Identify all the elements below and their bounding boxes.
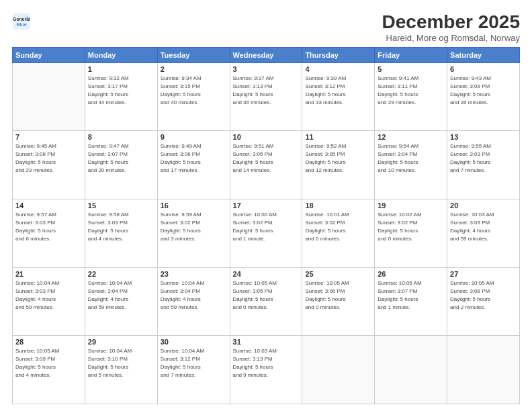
day-info: Sunrise: 9:54 AMSunset: 3:04 PMDaylight:… bbox=[378, 142, 444, 175]
day-info: Sunrise: 9:58 AMSunset: 3:03 PMDaylight:… bbox=[88, 211, 154, 243]
calendar-header-friday: Friday bbox=[375, 47, 447, 62]
calendar-cell: 29Sunrise: 10:04 AMSunset: 3:10 PMDaylig… bbox=[85, 336, 157, 404]
calendar-cell: 18Sunrise: 10:01 AMSunset: 3:02 PMDaylig… bbox=[302, 199, 375, 268]
calendar-header-row: SundayMondayTuesdayWednesdayThursdayFrid… bbox=[13, 47, 520, 62]
day-info: Sunrise: 9:39 AMSunset: 3:12 PMDaylight:… bbox=[305, 75, 371, 107]
day-number: 31 bbox=[233, 338, 300, 346]
day-number: 11 bbox=[305, 133, 371, 141]
calendar-cell: 2Sunrise: 9:34 AMSunset: 3:15 PMDaylight… bbox=[157, 62, 230, 131]
calendar-cell: 3Sunrise: 9:37 AMSunset: 3:13 PMDaylight… bbox=[230, 62, 302, 131]
calendar-header-monday: Monday bbox=[85, 47, 157, 62]
page: General Blue December 2025 Hareid, More … bbox=[0, 0, 532, 411]
calendar-cell: 23Sunrise: 10:04 AMSunset: 3:04 PMDaylig… bbox=[157, 267, 230, 336]
calendar-cell: 7Sunrise: 9:45 AMSunset: 3:08 PMDaylight… bbox=[13, 131, 85, 199]
day-info: Sunrise: 10:05 AMSunset: 3:09 PMDaylight… bbox=[15, 347, 82, 379]
day-number: 20 bbox=[450, 201, 517, 210]
calendar-week-3: 14Sunrise: 9:57 AMSunset: 3:03 PMDayligh… bbox=[13, 199, 520, 268]
day-info: Sunrise: 10:04 AMSunset: 3:12 PMDaylight… bbox=[161, 347, 227, 379]
day-number: 15 bbox=[88, 201, 154, 210]
calendar-cell: 27Sunrise: 10:05 AMSunset: 3:08 PMDaylig… bbox=[447, 267, 520, 336]
day-info: Sunrise: 10:05 AMSunset: 3:08 PMDaylight… bbox=[450, 279, 517, 312]
calendar-week-5: 28Sunrise: 10:05 AMSunset: 3:09 PMDaylig… bbox=[13, 336, 520, 404]
calendar-cell: 31Sunrise: 10:03 AMSunset: 3:13 PMDaylig… bbox=[230, 336, 302, 404]
day-info: Sunrise: 10:04 AMSunset: 3:03 PMDaylight… bbox=[15, 279, 82, 312]
day-number: 16 bbox=[161, 201, 227, 210]
day-info: Sunrise: 9:45 AMSunset: 3:08 PMDaylight:… bbox=[15, 142, 82, 175]
calendar-cell bbox=[447, 336, 520, 404]
day-info: Sunrise: 10:02 AMSunset: 3:02 PMDaylight… bbox=[378, 211, 444, 243]
day-info: Sunrise: 10:05 AMSunset: 3:05 PMDaylight… bbox=[233, 279, 300, 312]
calendar-cell: 17Sunrise: 10:00 AMSunset: 3:02 PMDaylig… bbox=[230, 199, 302, 268]
calendar-cell bbox=[302, 336, 375, 404]
day-info: Sunrise: 9:49 AMSunset: 3:06 PMDaylight:… bbox=[161, 142, 227, 175]
calendar-week-4: 21Sunrise: 10:04 AMSunset: 3:03 PMDaylig… bbox=[13, 267, 520, 336]
calendar-week-2: 7Sunrise: 9:45 AMSunset: 3:08 PMDaylight… bbox=[13, 131, 520, 199]
day-number: 30 bbox=[161, 338, 227, 346]
calendar-cell: 6Sunrise: 9:43 AMSunset: 3:09 PMDaylight… bbox=[447, 62, 520, 131]
calendar-header-sunday: Sunday bbox=[13, 47, 85, 62]
calendar-header-wednesday: Wednesday bbox=[230, 47, 302, 62]
calendar-cell: 19Sunrise: 10:02 AMSunset: 3:02 PMDaylig… bbox=[375, 199, 447, 268]
day-number: 19 bbox=[378, 201, 444, 210]
calendar-cell: 11Sunrise: 9:52 AMSunset: 3:05 PMDayligh… bbox=[302, 131, 375, 199]
calendar-cell: 21Sunrise: 10:04 AMSunset: 3:03 PMDaylig… bbox=[13, 267, 85, 336]
title-block: December 2025 Hareid, More og Romsdal, N… bbox=[382, 12, 520, 43]
calendar-header-tuesday: Tuesday bbox=[157, 47, 230, 62]
logo: General Blue bbox=[12, 12, 31, 31]
day-info: Sunrise: 9:41 AMSunset: 3:11 PMDaylight:… bbox=[378, 75, 444, 107]
header: General Blue December 2025 Hareid, More … bbox=[12, 12, 520, 43]
day-number: 12 bbox=[378, 133, 444, 141]
day-number: 23 bbox=[161, 270, 227, 278]
day-info: Sunrise: 9:51 AMSunset: 3:05 PMDaylight:… bbox=[233, 142, 300, 175]
subtitle: Hareid, More og Romsdal, Norway bbox=[382, 33, 520, 43]
calendar-cell: 30Sunrise: 10:04 AMSunset: 3:12 PMDaylig… bbox=[157, 336, 230, 404]
day-info: Sunrise: 10:05 AMSunset: 3:07 PMDaylight… bbox=[378, 279, 444, 312]
day-number: 22 bbox=[88, 270, 154, 278]
day-info: Sunrise: 9:47 AMSunset: 3:07 PMDaylight:… bbox=[88, 142, 154, 175]
day-number: 18 bbox=[305, 201, 371, 210]
day-number: 3 bbox=[233, 65, 300, 73]
day-number: 10 bbox=[233, 133, 300, 141]
day-info: Sunrise: 9:59 AMSunset: 3:02 PMDaylight:… bbox=[161, 211, 227, 243]
day-info: Sunrise: 10:04 AMSunset: 3:04 PMDaylight… bbox=[88, 279, 154, 312]
day-number: 29 bbox=[88, 338, 154, 346]
day-number: 14 bbox=[15, 201, 82, 210]
day-number: 26 bbox=[378, 270, 444, 278]
day-number: 21 bbox=[15, 270, 82, 278]
svg-text:Blue: Blue bbox=[16, 22, 26, 27]
day-number: 1 bbox=[88, 65, 154, 73]
calendar-cell: 12Sunrise: 9:54 AMSunset: 3:04 PMDayligh… bbox=[375, 131, 447, 199]
calendar-cell: 26Sunrise: 10:05 AMSunset: 3:07 PMDaylig… bbox=[375, 267, 447, 336]
day-number: 24 bbox=[233, 270, 300, 278]
calendar-header-thursday: Thursday bbox=[302, 47, 375, 62]
calendar-week-1: 1Sunrise: 9:32 AMSunset: 3:17 PMDaylight… bbox=[13, 62, 520, 131]
calendar-cell: 24Sunrise: 10:05 AMSunset: 3:05 PMDaylig… bbox=[230, 267, 302, 336]
day-info: Sunrise: 9:32 AMSunset: 3:17 PMDaylight:… bbox=[88, 75, 154, 107]
day-number: 17 bbox=[233, 201, 300, 210]
day-number: 6 bbox=[450, 65, 517, 73]
day-info: Sunrise: 10:04 AMSunset: 3:04 PMDaylight… bbox=[161, 279, 227, 312]
day-info: Sunrise: 10:05 AMSunset: 3:06 PMDaylight… bbox=[305, 279, 371, 312]
day-number: 5 bbox=[378, 65, 444, 73]
day-number: 9 bbox=[161, 133, 227, 141]
calendar-cell bbox=[375, 336, 447, 404]
calendar-cell: 1Sunrise: 9:32 AMSunset: 3:17 PMDaylight… bbox=[85, 62, 157, 131]
day-info: Sunrise: 9:55 AMSunset: 3:03 PMDaylight:… bbox=[450, 142, 517, 175]
day-info: Sunrise: 10:00 AMSunset: 3:02 PMDaylight… bbox=[233, 211, 300, 243]
calendar-cell: 10Sunrise: 9:51 AMSunset: 3:05 PMDayligh… bbox=[230, 131, 302, 199]
calendar-cell: 28Sunrise: 10:05 AMSunset: 3:09 PMDaylig… bbox=[13, 336, 85, 404]
calendar-cell: 4Sunrise: 9:39 AMSunset: 3:12 PMDaylight… bbox=[302, 62, 375, 131]
day-number: 13 bbox=[450, 133, 517, 141]
day-number: 28 bbox=[15, 338, 82, 346]
day-number: 4 bbox=[305, 65, 371, 73]
calendar-cell: 20Sunrise: 10:03 AMSunset: 3:03 PMDaylig… bbox=[447, 199, 520, 268]
day-number: 27 bbox=[450, 270, 517, 278]
main-title: December 2025 bbox=[382, 12, 520, 33]
calendar-cell: 25Sunrise: 10:05 AMSunset: 3:06 PMDaylig… bbox=[302, 267, 375, 336]
day-info: Sunrise: 9:34 AMSunset: 3:15 PMDaylight:… bbox=[161, 75, 227, 107]
calendar-cell bbox=[13, 62, 85, 131]
day-info: Sunrise: 10:04 AMSunset: 3:10 PMDaylight… bbox=[88, 347, 154, 379]
day-info: Sunrise: 10:01 AMSunset: 3:02 PMDaylight… bbox=[305, 211, 371, 243]
day-info: Sunrise: 9:43 AMSunset: 3:09 PMDaylight:… bbox=[450, 75, 517, 107]
calendar-table: SundayMondayTuesdayWednesdayThursdayFrid… bbox=[12, 47, 520, 404]
